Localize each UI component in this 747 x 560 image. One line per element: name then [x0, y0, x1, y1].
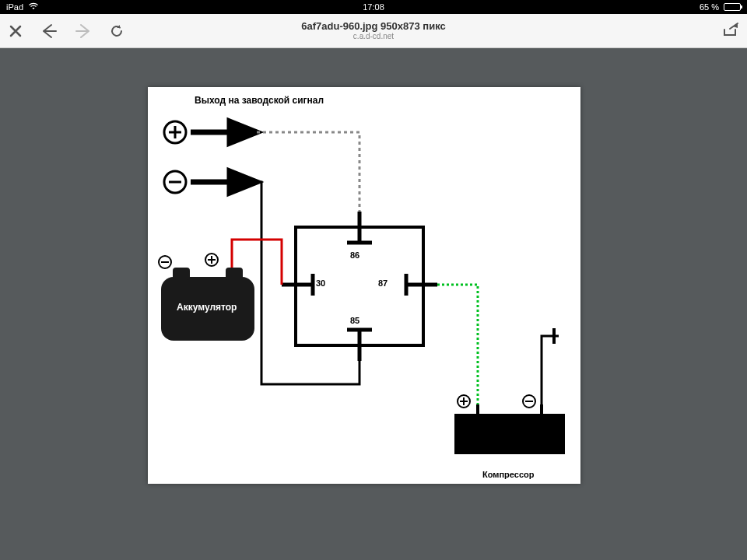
- pin-30: 30: [316, 278, 325, 288]
- share-icon[interactable]: [722, 26, 739, 40]
- pin-86: 86: [350, 250, 359, 260]
- page-title-block: 6af7adu-960.jpg 950x873 пикс c.a.d-cd.ne…: [301, 21, 446, 40]
- page-title: 6af7adu-960.jpg 950x873 пикс: [301, 21, 446, 32]
- battery-label: Аккумулятор: [177, 302, 237, 313]
- page-subtitle: c.a.d-cd.net: [301, 32, 446, 40]
- pin-87: 87: [378, 278, 388, 288]
- forward-icon[interactable]: [75, 23, 92, 39]
- content-area[interactable]: Выход на заводской сигнал Аккумулятор Ко…: [0, 48, 747, 560]
- diagram-title: Выход на заводской сигнал: [195, 95, 324, 106]
- svg-rect-0: [296, 227, 423, 345]
- svg-marker-15: [230, 121, 257, 143]
- carrier-label: iPad: [6, 2, 23, 12]
- battery-icon: [724, 3, 741, 11]
- wifi-icon: [28, 2, 39, 12]
- close-icon[interactable]: [8, 23, 23, 39]
- relay-diagram: [148, 87, 580, 484]
- svg-rect-20: [226, 268, 243, 280]
- refresh-icon[interactable]: [109, 23, 124, 39]
- clock: 17:08: [363, 2, 384, 12]
- compressor-label: Компрессор: [482, 470, 534, 479]
- svg-marker-17: [230, 171, 257, 193]
- pin-85: 85: [350, 316, 359, 325]
- svg-rect-26: [454, 414, 565, 454]
- battery-percent: 65 %: [700, 2, 719, 12]
- svg-rect-19: [173, 268, 190, 280]
- back-icon[interactable]: [40, 23, 58, 39]
- diagram-page: Выход на заводской сигнал Аккумулятор Ко…: [148, 87, 580, 484]
- browser-toolbar: 6af7adu-960.jpg 950x873 пикс c.a.d-cd.ne…: [0, 14, 747, 48]
- ios-status-bar: iPad 17:08 65 %: [0, 0, 747, 14]
